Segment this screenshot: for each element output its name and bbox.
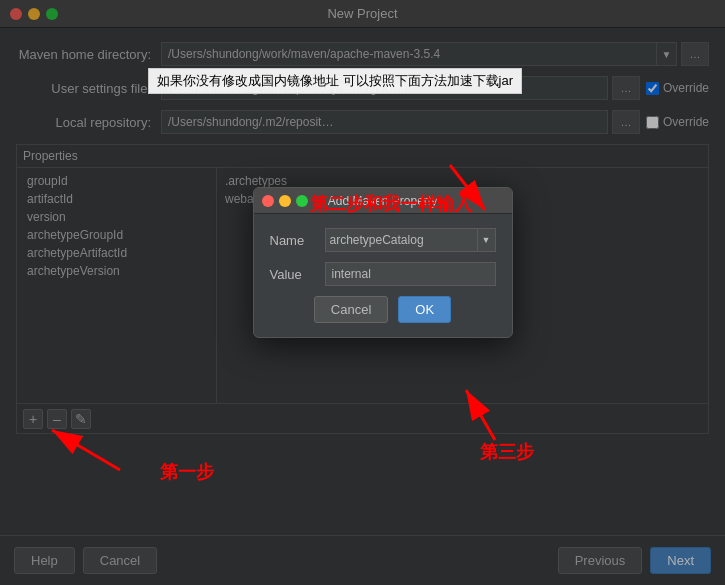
modal-dialog: Add Maven Property Name archetypeCatalog… xyxy=(253,187,513,338)
modal-close-button[interactable] xyxy=(262,195,274,207)
modal-name-select-wrapper: archetypeCatalog archetypeGroupId archet… xyxy=(325,228,496,252)
modal-max-button[interactable] xyxy=(296,195,308,207)
modal-body: Name archetypeCatalog archetypeGroupId a… xyxy=(254,214,512,337)
modal-ok-button[interactable]: OK xyxy=(398,296,451,323)
modal-min-button[interactable] xyxy=(279,195,291,207)
modal-name-label: Name xyxy=(270,233,325,248)
modal-title: Add Maven Property xyxy=(328,194,437,208)
modal-overlay: Add Maven Property Name archetypeCatalog… xyxy=(0,0,725,585)
modal-value-input[interactable] xyxy=(325,262,496,286)
modal-cancel-button[interactable]: Cancel xyxy=(314,296,388,323)
modal-name-select[interactable]: archetypeCatalog archetypeGroupId archet… xyxy=(325,228,478,252)
modal-value-label: Value xyxy=(270,267,325,282)
modal-title-bar: Add Maven Property xyxy=(254,188,512,214)
modal-value-row: Value xyxy=(270,262,496,286)
modal-name-select-arrow: ▼ xyxy=(478,228,496,252)
modal-name-row: Name archetypeCatalog archetypeGroupId a… xyxy=(270,228,496,252)
modal-buttons: Cancel OK xyxy=(270,296,496,323)
modal-window-controls[interactable] xyxy=(262,195,308,207)
